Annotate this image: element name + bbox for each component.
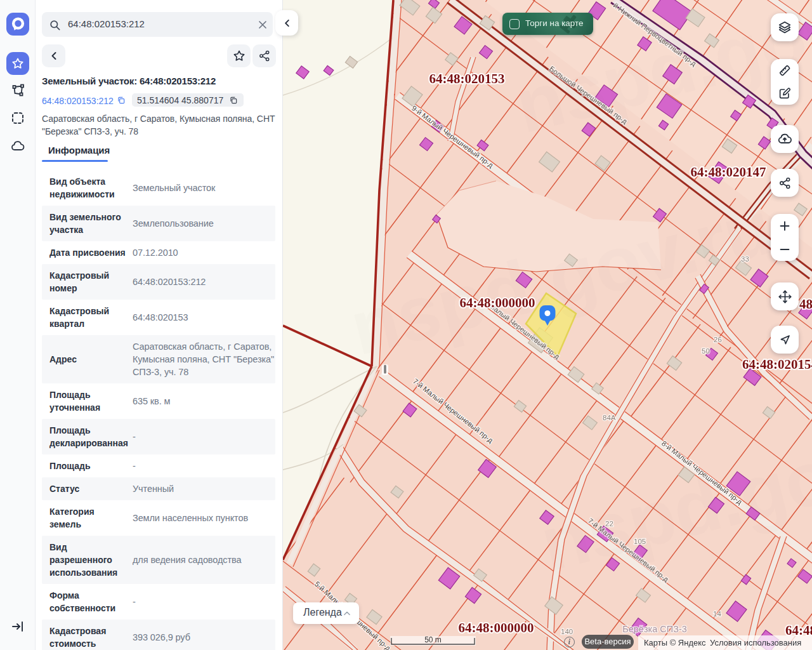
svg-text:26: 26 — [714, 336, 722, 343]
svg-text:140: 140 — [561, 628, 573, 635]
svg-text:33: 33 — [741, 255, 749, 263]
svg-text:64:48:020153: 64:48:020153 — [429, 71, 505, 86]
svg-text:84А: 84А — [603, 414, 616, 421]
svg-text:22: 22 — [605, 520, 613, 527]
svg-text:48:02: 48:02 — [799, 296, 812, 312]
svg-text:64:48:000000: 64:48:000000 — [460, 295, 535, 310]
svg-text:105: 105 — [634, 538, 646, 545]
svg-text:64:48:020147: 64:48:020147 — [691, 164, 766, 180]
svg-text:64:48:020154: 64:48:020154 — [742, 357, 812, 372]
svg-text:64:48:000000: 64:48:000000 — [459, 620, 534, 635]
svg-text:50: 50 — [702, 347, 710, 355]
svg-text:Берёзка СПЗ-3: Берёзка СПЗ-3 — [622, 624, 687, 634]
svg-text:14: 14 — [713, 610, 721, 618]
